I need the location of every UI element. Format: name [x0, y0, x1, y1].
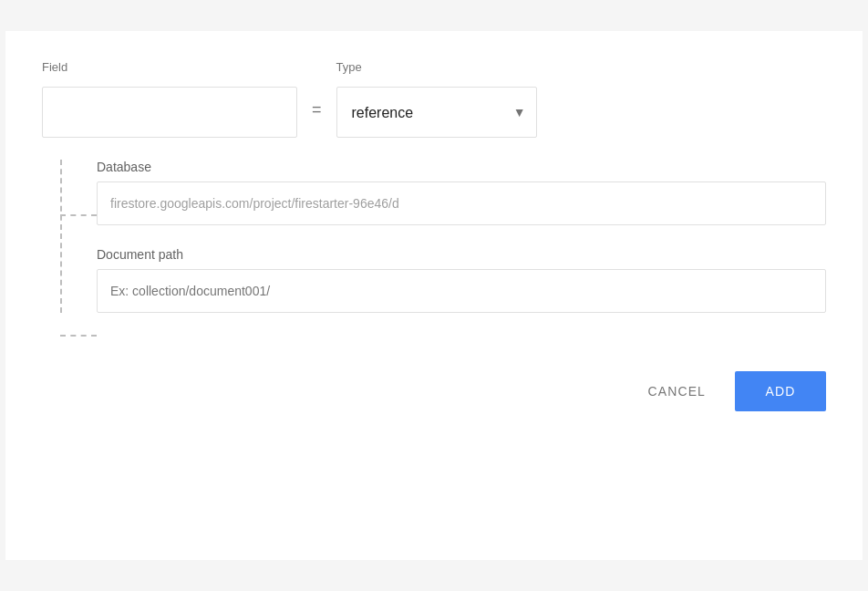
- type-section: Type reference string number boolean map…: [336, 60, 537, 138]
- equals-sign: =: [312, 100, 322, 119]
- field-section: Field: [42, 60, 297, 138]
- document-path-label: Document path: [97, 247, 826, 262]
- dialog-actions: CANCEL ADD: [42, 357, 826, 411]
- expanded-section: Database Document path: [97, 160, 826, 313]
- add-field-dialog: Field = Type reference string number boo…: [5, 31, 863, 560]
- type-label: Type: [336, 60, 537, 74]
- database-input[interactable]: [97, 181, 826, 225]
- dashed-line-horizontal-bottom: [60, 335, 97, 337]
- database-label: Database: [97, 160, 826, 174]
- top-row: Field = Type reference string number boo…: [42, 60, 826, 138]
- dashed-line-horizontal-top: [60, 214, 97, 216]
- dashed-line-vertical: [60, 160, 62, 313]
- cancel-button[interactable]: CANCEL: [633, 375, 720, 408]
- document-path-input[interactable]: [97, 269, 826, 313]
- database-field: Database: [97, 160, 826, 225]
- document-path-field: Document path: [97, 247, 826, 313]
- field-input[interactable]: [42, 87, 297, 138]
- type-select-wrapper: reference string number boolean map arra…: [336, 87, 537, 138]
- field-label: Field: [42, 60, 297, 74]
- add-button[interactable]: ADD: [735, 371, 826, 411]
- type-select[interactable]: reference string number boolean map arra…: [336, 87, 537, 138]
